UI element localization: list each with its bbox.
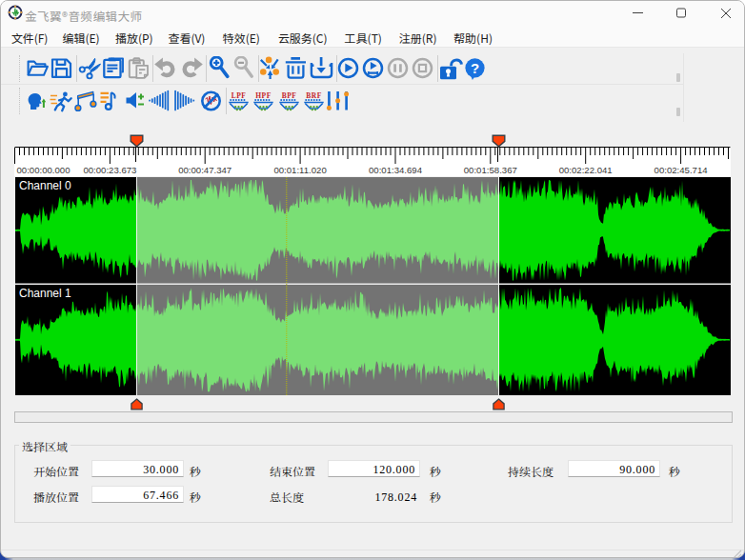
svg-text:00:01:11.020: 00:01:11.020 (273, 165, 326, 175)
svg-text:Channel 0: Channel 0 (19, 179, 71, 192)
svg-text:HPF: HPF (255, 91, 272, 100)
svg-text:00:00:00.000: 00:00:00.000 (17, 165, 70, 175)
svg-text:BRF: BRF (306, 91, 322, 100)
svg-text:00:02:45.714: 00:02:45.714 (654, 165, 709, 175)
svg-text:?: ? (471, 60, 479, 76)
svg-text:00:00:23.673: 00:00:23.673 (83, 165, 136, 175)
svg-text:Channel 1: Channel 1 (19, 287, 71, 300)
svg-text:00:02:22.041: 00:02:22.041 (559, 165, 613, 175)
svg-text:BPF: BPF (281, 91, 296, 100)
svg-text:00:00:47.347: 00:00:47.347 (178, 165, 232, 175)
svg-text:00:01:34.694: 00:01:34.694 (369, 165, 423, 175)
svg-text:00:01:58.367: 00:01:58.367 (464, 165, 517, 175)
svg-text:LPF: LPF (232, 91, 247, 100)
